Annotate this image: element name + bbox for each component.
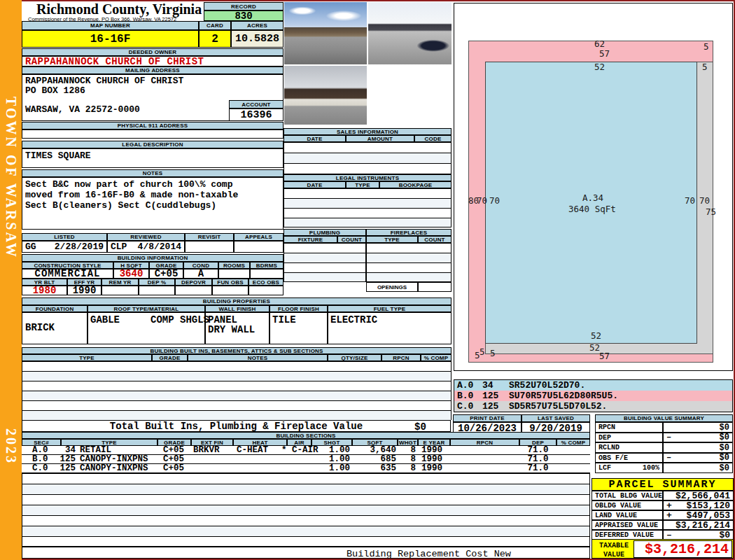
empty-row xyxy=(22,411,451,420)
footer-note: Building Replacement Cost New xyxy=(346,550,511,560)
empty-row xyxy=(22,401,451,411)
appeals-value xyxy=(234,241,284,253)
fireplace-type-header: TYPE xyxy=(366,236,418,243)
empty-row xyxy=(22,382,451,391)
taxable-value-label: TAXABLE VALUE xyxy=(595,541,633,559)
sketch-dim-label: 52 xyxy=(589,344,600,353)
bs-name: CANOPY-INXPNS xyxy=(80,464,148,473)
bs-rpcn-header: RPCN xyxy=(450,439,519,446)
bvs-value: $0 xyxy=(720,423,729,433)
notes-line-3: Sect B(cleaners) Sect C(cuddlebugs) xyxy=(25,201,216,211)
legal-instruments-header: LEGAL INSTRUMENTS xyxy=(284,174,451,181)
remyr-value xyxy=(102,286,139,295)
bvs-value-cell: – $0 xyxy=(663,453,733,463)
bvs-value: $0 xyxy=(720,433,729,442)
bvs-value-cell: – $0 xyxy=(663,433,733,442)
openings-value xyxy=(418,282,451,292)
empty-row xyxy=(367,263,451,273)
code-sec: A.0 xyxy=(457,380,482,391)
bvs-label: RPCN xyxy=(595,422,663,433)
physical-911-value xyxy=(22,130,284,139)
empty-row xyxy=(367,253,451,263)
bvs-label: RCLND xyxy=(595,442,663,453)
appeals-header: APPEALS xyxy=(234,233,284,241)
legal-description-header: LEGAL DESCRIPTION xyxy=(22,141,284,148)
empty-row xyxy=(284,253,365,263)
print-date-header: PRINT DATE xyxy=(453,414,522,422)
hsqft-header: H SQFT xyxy=(113,262,149,269)
bvs-op: – xyxy=(666,433,671,442)
code-area: 34 xyxy=(482,380,509,391)
physical-911-header: PHYSICAL 911 ADDRESS xyxy=(22,122,284,130)
built-ins-type-header: TYPE xyxy=(22,354,152,361)
total-built-ins-row: Total Built Ins, Plumbing & Fireplace Va… xyxy=(22,420,451,432)
parcel-label: LAND VALUE xyxy=(592,510,663,520)
parcel-label: APPRAISED VALUE xyxy=(592,520,663,530)
reviewed-by: CLP xyxy=(111,241,127,252)
revisit-header: REVISIT xyxy=(185,233,234,241)
depovr-header: DEPOVR xyxy=(175,279,212,286)
plumbing-empty-rows xyxy=(284,243,366,282)
yrblt-value: 1980 xyxy=(22,286,67,295)
sidebar-town-band: TOWN OF WARSAW 2023 xyxy=(0,0,22,560)
built-ins-header: BUILDING BUILT INS, BASEMENTS, ATTICS & … xyxy=(22,347,451,354)
effyr-value: 1990 xyxy=(67,286,102,295)
bvs-value-cell: $0 xyxy=(663,422,733,433)
parcel-value: $153,120 xyxy=(687,500,730,510)
sketch-code-row-c: C.0 125 SD5R57U75L5D70L52. xyxy=(454,401,732,412)
deeded-owner-header: DEEDED OWNER xyxy=(22,48,284,56)
county-title: Richmond County, Virginia xyxy=(36,1,202,18)
bvs-value: $0 xyxy=(720,443,729,453)
taxable-value: $3,216,214 xyxy=(634,540,732,558)
building-sections-empty-rows xyxy=(22,473,590,547)
construction-style-value: COMMERCIAL xyxy=(22,269,113,279)
bs-eyear: 1990 xyxy=(421,464,442,473)
instr-date-header: DATE xyxy=(284,181,346,188)
parcel-value: $497,053 xyxy=(687,510,730,520)
parcel-value-cell: $3,216,214 xyxy=(663,520,734,530)
code-sec: C.0 xyxy=(457,401,482,412)
map-number-header: MAP NUMBER xyxy=(22,21,199,30)
bvs-label-lcf: LCF 100% xyxy=(595,463,663,473)
bs-sqft: 635 xyxy=(351,464,396,473)
legal-instruments-empty-rows xyxy=(284,188,451,227)
bdrms-header: BDRMS xyxy=(250,262,284,269)
bs-comp-header: % COMP xyxy=(556,439,590,446)
bvs-label: DEP xyxy=(595,433,663,442)
empty-row xyxy=(22,526,589,537)
year-label: 2023 xyxy=(3,428,19,465)
sketch-area-sqft: 3640 SqFt xyxy=(568,205,616,214)
reviewed-date: 4/8/2014 xyxy=(138,241,181,252)
parcel-value-cell: + $497,053 xyxy=(663,510,734,520)
sketch-dim-label: 62 xyxy=(594,40,605,49)
sketch-dim-label: 5 xyxy=(702,63,708,72)
bs-heat: C-HEAT xyxy=(237,446,268,455)
empty-row xyxy=(22,362,451,372)
notes-line-1: Sect B&C now part of church 100\% comp xyxy=(25,180,232,190)
sales-amount-header: AMOUNT xyxy=(346,135,414,142)
property-photo-1 xyxy=(284,2,367,64)
reviewed-value: CLP 4/8/2014 xyxy=(107,241,185,253)
wall-finish-value-2: DRY WALL xyxy=(208,325,255,335)
parcel-op: + xyxy=(666,500,672,510)
built-ins-empty-rows xyxy=(22,361,451,420)
code-vector: SD5R57U75L5D70L52. xyxy=(509,401,607,412)
roof-type-value: GABLE xyxy=(90,315,120,326)
sketch-dim-label: 5 xyxy=(704,43,709,52)
effyr-header: EFF YR xyxy=(67,279,102,286)
mailing-line-3: WARSAW, VA 22572-0000 xyxy=(25,105,140,115)
sketch-dim-label: 5 xyxy=(479,348,485,357)
empty-row xyxy=(22,372,451,382)
parcel-summary-header: PARCEL SUMMARY xyxy=(592,478,734,491)
code-vector: SU70R57U5L62D80R5U5. xyxy=(509,391,618,401)
rooms-header: ROOMS xyxy=(218,262,250,269)
acres-value: 10.5828 xyxy=(231,30,284,48)
dep-pct-value xyxy=(139,286,175,295)
rooms-value xyxy=(218,269,250,279)
sketch-dim-label: 75 xyxy=(706,208,716,217)
property-photo-2 xyxy=(368,2,451,64)
bs-sec: C.0 xyxy=(32,464,48,473)
bs-extfin: BRKVR xyxy=(193,446,220,455)
bvs-value: $0 xyxy=(720,463,729,473)
yrblt-header: YR BLT xyxy=(22,279,67,286)
